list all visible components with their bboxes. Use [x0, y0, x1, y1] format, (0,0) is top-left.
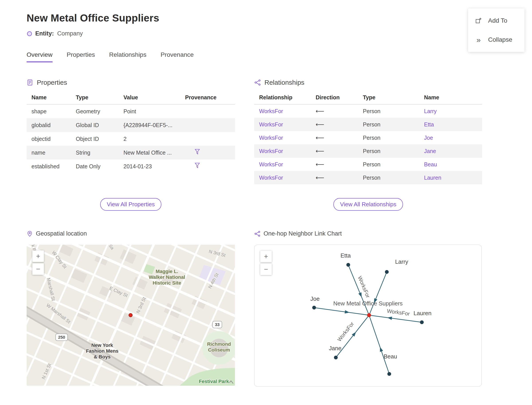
property-value: Point	[123, 104, 185, 118]
entity-type-value: Company	[57, 30, 83, 37]
property-row: shape Geometry Point	[27, 104, 235, 118]
graph-edge[interactable]	[314, 308, 369, 315]
geospatial-heading: Geospatial location	[27, 230, 235, 237]
relationship-type-link: WorksFor	[254, 144, 316, 158]
graph-node[interactable]	[385, 270, 389, 274]
graph-node[interactable]	[334, 356, 338, 359]
route-shield: 250	[56, 334, 68, 341]
graph-node[interactable]	[312, 306, 316, 310]
edge-label: WorksFor	[336, 321, 355, 343]
actions-card: Add To » Collapse	[468, 8, 525, 52]
graph-node[interactable]	[420, 320, 424, 324]
map-zoom-in-button[interactable]: +	[32, 250, 44, 262]
properties-heading: Properties	[27, 79, 235, 86]
properties-icon	[27, 79, 33, 86]
link-chart-section: One-hop Neighbor Link Chart + − WorksFor…	[254, 230, 482, 387]
node-label: Lauren	[414, 310, 432, 317]
col-value: Value	[123, 94, 185, 104]
properties-button-row: View All Properties	[27, 198, 235, 211]
overview-grid: Properties Name Type Value Provenance sh…	[27, 79, 532, 387]
svg-text:250: 250	[58, 335, 65, 340]
geospatial-map[interactable]: + −	[27, 245, 235, 386]
entity-type-icon	[27, 31, 32, 36]
tab-properties[interactable]: Properties	[67, 51, 95, 62]
relationship-direction: ⟵	[316, 158, 363, 171]
property-provenance	[185, 146, 235, 160]
collapse-label: Collapse	[488, 36, 512, 43]
relationship-direction: ⟵	[316, 131, 363, 144]
relationship-direction: ⟵	[316, 104, 363, 118]
map-canvas[interactable]: k RoSaW Clay StN 3rd StMaggie L.Walker N…	[27, 245, 235, 386]
add-to-button[interactable]: Add To	[468, 11, 525, 30]
property-type: Object ID	[76, 132, 123, 146]
property-name: shape	[27, 104, 76, 118]
relationship-entity-type: Person	[363, 144, 424, 158]
property-value: 2014-01-23	[123, 160, 185, 173]
link-chart-svg[interactable]: WorksForWorksForWorksForEttaLarryJoeLaur…	[254, 245, 482, 387]
collapse-icon: »	[475, 36, 482, 43]
relationship-name-link: Lauren	[424, 171, 482, 184]
view-all-relationships-button[interactable]: View All Relationships	[333, 198, 403, 211]
relationship-name-link: Larry	[424, 104, 482, 118]
relationship-entity-type: Person	[363, 131, 424, 144]
graph-node[interactable]	[346, 263, 350, 267]
property-name: objectid	[27, 132, 76, 146]
view-all-properties-button[interactable]: View All Properties	[100, 198, 161, 211]
relationship-entity-type: Person	[363, 104, 424, 118]
chart-zoom-out-button[interactable]: −	[260, 263, 272, 275]
property-row: objectid Object ID 2	[27, 132, 235, 146]
add-to-label: Add To	[488, 17, 507, 24]
properties-panel: Properties Name Type Value Provenance sh…	[27, 79, 235, 184]
page-title: New Metal Office Suppliers	[27, 12, 532, 24]
chart-zoom-control: + −	[260, 251, 272, 275]
map-marker[interactable]	[129, 313, 132, 317]
node-label: Beau	[384, 353, 397, 360]
tab-bar: Overview Properties Relationships Proven…	[27, 51, 532, 62]
relationships-panel: Relationships Relationship Direction Typ…	[254, 79, 482, 184]
svg-text:33: 33	[215, 322, 219, 327]
property-provenance	[185, 118, 235, 132]
relationship-row: WorksFor ⟵ Person Beau	[254, 158, 482, 171]
provenance-icon[interactable]	[194, 149, 200, 156]
map-zoom-out-button[interactable]: −	[32, 263, 44, 275]
edge-label: WorksFor	[357, 275, 371, 299]
relationship-row: WorksFor ⟵ Person Jane	[254, 144, 482, 158]
relationship-name-link: Jane	[424, 144, 482, 158]
link-chart-heading-label: One-hop Neighbor Link Chart	[264, 230, 342, 237]
relationship-type-link: WorksFor	[254, 131, 316, 144]
map-label: Festival Park	[199, 379, 229, 384]
relationship-type-link: WorksFor	[254, 104, 316, 118]
relationships-heading-label: Relationships	[265, 79, 304, 86]
graph-edge[interactable]	[369, 272, 387, 315]
relationship-direction: ⟵	[316, 171, 363, 184]
relationships-table: Relationship Direction Type Name WorksFo…	[254, 94, 482, 184]
chart-zoom-in-button[interactable]: +	[260, 251, 272, 262]
graph-edge[interactable]	[369, 315, 389, 374]
property-row: established Date Only 2014-01-23	[27, 160, 235, 173]
property-provenance	[185, 132, 235, 146]
collapse-button[interactable]: » Collapse	[468, 30, 525, 49]
relationship-entity-type: Person	[363, 158, 424, 171]
graph-node[interactable]	[387, 372, 391, 376]
property-name: name	[27, 146, 76, 160]
property-row: name String New Metal Office ...	[27, 146, 235, 160]
tab-overview[interactable]: Overview	[27, 51, 53, 62]
tab-provenance[interactable]: Provenance	[160, 51, 193, 62]
geospatial-section: Geospatial location + −	[27, 230, 235, 387]
property-row: globalid Global ID {A228944F-0EF5-...	[27, 118, 235, 132]
property-value: {A228944F-0EF5-...	[123, 118, 185, 132]
center-node[interactable]	[367, 313, 371, 317]
link-chart-canvas[interactable]: + − WorksForWorksForWorksForEttaLarryJoe…	[254, 245, 482, 387]
provenance-icon[interactable]	[194, 162, 200, 170]
properties-table: Name Type Value Provenance shape Geometr…	[27, 94, 235, 173]
col-provenance: Provenance	[185, 94, 235, 104]
node-label: Etta	[340, 252, 351, 259]
tab-relationships[interactable]: Relationships	[109, 51, 146, 62]
col-name: Name	[27, 94, 76, 104]
link-chart-heading: One-hop Neighbor Link Chart	[254, 230, 482, 237]
property-value: New Metal Office ...	[123, 146, 185, 160]
node-label: Joe	[310, 295, 320, 302]
properties-heading-label: Properties	[37, 79, 67, 86]
col-relationship: Relationship	[254, 94, 316, 104]
property-value: 2	[123, 132, 185, 146]
